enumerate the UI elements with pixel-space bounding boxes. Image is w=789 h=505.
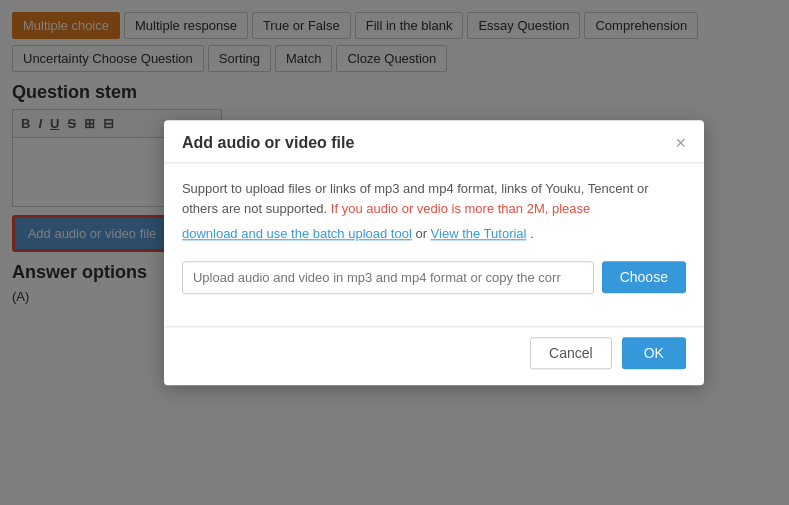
modal-title: Add audio or video file: [182, 134, 354, 152]
modal-input-row: Choose: [182, 261, 686, 294]
add-audio-modal: Add audio or video file × Support to upl…: [164, 120, 704, 385]
modal-period: .: [530, 226, 534, 241]
modal-footer: Cancel OK: [164, 326, 704, 385]
modal-close-button[interactable]: ×: [675, 134, 686, 152]
view-tutorial-link[interactable]: View the Tutorial: [431, 226, 527, 241]
ok-button[interactable]: OK: [622, 337, 686, 369]
batch-upload-link[interactable]: download and use the batch upload tool: [182, 226, 412, 241]
modal-body: Support to upload files or links of mp3 …: [164, 163, 704, 326]
modal-or-text: or: [415, 226, 430, 241]
modal-description: Support to upload files or links of mp3 …: [182, 179, 686, 221]
audio-url-input[interactable]: [182, 261, 594, 294]
choose-file-button[interactable]: Choose: [602, 262, 686, 294]
modal-desc-red: If you audio or vedio is more than 2M, p…: [331, 202, 590, 217]
modal-links-line: download and use the batch upload tool o…: [182, 224, 686, 245]
cancel-button[interactable]: Cancel: [530, 337, 612, 369]
modal-header: Add audio or video file ×: [164, 120, 704, 163]
